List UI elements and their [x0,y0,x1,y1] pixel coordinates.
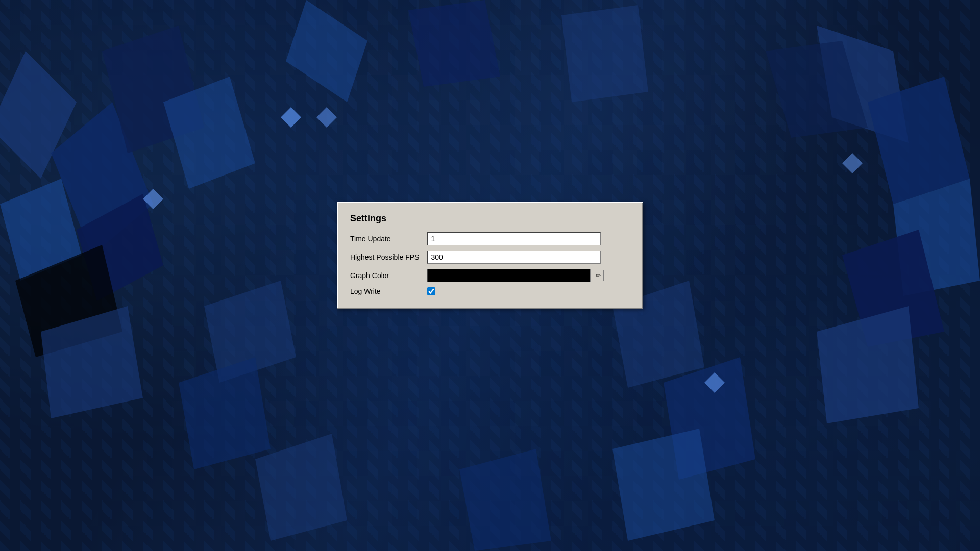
graph-color-container: ✏ [427,269,630,282]
settings-dialog: Settings Time Update Highest Possible FP… [337,202,643,309]
log-write-container [427,287,630,295]
pencil-icon: ✏ [596,272,601,279]
color-picker-button[interactable]: ✏ [593,270,604,281]
dialog-overlay: Settings Time Update Highest Possible FP… [0,0,980,551]
highest-fps-label: Highest Possible FPS [350,253,419,261]
time-update-label: Time Update [350,235,419,243]
settings-grid: Time Update Highest Possible FPS Graph C… [350,232,630,295]
graph-color-input[interactable] [427,269,591,282]
log-write-checkbox[interactable] [427,287,435,295]
graph-color-label: Graph Color [350,271,419,280]
log-write-label: Log Write [350,287,419,295]
dialog-title: Settings [350,213,630,224]
highest-fps-input[interactable] [427,251,601,264]
time-update-input[interactable] [427,232,601,245]
